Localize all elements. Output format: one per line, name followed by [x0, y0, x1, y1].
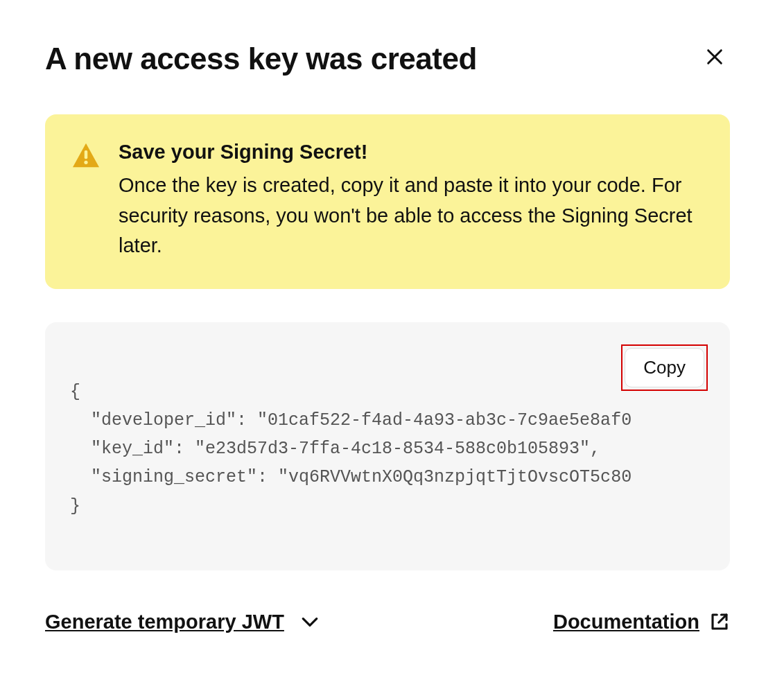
- svg-point-1: [84, 161, 87, 164]
- generate-jwt-button[interactable]: Generate temporary JWT: [45, 611, 319, 633]
- code-content: { "developer_id": "01caf522-f4ad-4a93-ab…: [70, 378, 705, 520]
- svg-rect-0: [85, 150, 87, 159]
- documentation-label: Documentation: [553, 611, 699, 633]
- alert-body: Once the key is created, copy it and pas…: [119, 170, 699, 261]
- dialog-title: A new access key was created: [45, 42, 477, 76]
- documentation-link[interactable]: Documentation: [553, 611, 730, 633]
- dialog-footer: Generate temporary JWT Documentation: [45, 611, 730, 633]
- warning-icon: [71, 142, 101, 261]
- alert-content: Save your Signing Secret! Once the key i…: [119, 141, 699, 261]
- copy-button-highlight: Copy: [621, 344, 708, 391]
- copy-button[interactable]: Copy: [625, 348, 704, 387]
- dialog-header: A new access key was created: [45, 42, 730, 76]
- chevron-down-icon: [301, 616, 319, 627]
- close-icon: [705, 47, 724, 67]
- close-button[interactable]: [699, 42, 730, 72]
- alert-title: Save your Signing Secret!: [119, 141, 699, 164]
- warning-alert: Save your Signing Secret! Once the key i…: [45, 114, 730, 289]
- code-block: Copy { "developer_id": "01caf522-f4ad-4a…: [45, 322, 730, 570]
- generate-jwt-label: Generate temporary JWT: [45, 611, 284, 633]
- external-link-icon: [709, 611, 730, 632]
